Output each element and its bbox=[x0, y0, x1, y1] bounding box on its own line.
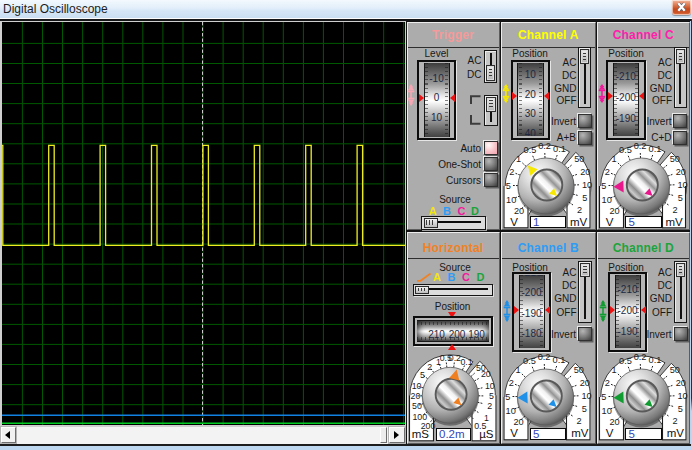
svg-text:2: 2 bbox=[605, 378, 610, 388]
svg-text:10: 10 bbox=[677, 180, 687, 190]
svg-text:5: 5 bbox=[601, 392, 606, 402]
svg-text:20: 20 bbox=[580, 167, 590, 177]
svg-text:2: 2 bbox=[487, 401, 492, 411]
svg-text:10: 10 bbox=[581, 391, 591, 401]
svg-text:0.1: 0.1 bbox=[553, 144, 566, 154]
svg-text:5: 5 bbox=[582, 193, 587, 203]
svg-text:50: 50 bbox=[574, 365, 584, 375]
svg-text:20: 20 bbox=[580, 378, 590, 388]
svg-text:5: 5 bbox=[678, 193, 683, 203]
svg-text:10: 10 bbox=[506, 195, 516, 205]
svg-text:1: 1 bbox=[611, 365, 616, 375]
svg-text:5: 5 bbox=[506, 181, 511, 191]
svg-text:2: 2 bbox=[577, 205, 582, 215]
svg-text:0.2: 0.2 bbox=[448, 353, 460, 363]
svg-text:2: 2 bbox=[509, 167, 514, 177]
svg-text:50: 50 bbox=[574, 154, 584, 164]
svg-text:2: 2 bbox=[672, 416, 677, 426]
svg-text:50: 50 bbox=[670, 365, 680, 375]
svg-text:10: 10 bbox=[602, 406, 612, 416]
svg-text:50: 50 bbox=[412, 401, 422, 411]
svg-text:10: 10 bbox=[582, 180, 592, 190]
svg-text:50: 50 bbox=[670, 154, 680, 164]
svg-text:10: 10 bbox=[602, 195, 612, 205]
svg-text:0.2: 0.2 bbox=[634, 141, 647, 151]
svg-text:0.5: 0.5 bbox=[524, 145, 537, 155]
svg-text:2: 2 bbox=[576, 416, 581, 426]
svg-text:5: 5 bbox=[678, 404, 683, 414]
svg-text:0.5: 0.5 bbox=[619, 145, 632, 155]
svg-text:20: 20 bbox=[513, 417, 523, 427]
svg-text:0.2: 0.2 bbox=[538, 141, 551, 151]
svg-text:5: 5 bbox=[505, 392, 510, 402]
svg-text:0.1: 0.1 bbox=[460, 357, 472, 367]
svg-text:20: 20 bbox=[676, 167, 686, 177]
svg-text:10: 10 bbox=[677, 391, 687, 401]
svg-text:20: 20 bbox=[410, 391, 420, 401]
svg-text:0.1: 0.1 bbox=[649, 355, 662, 365]
svg-text:0.2: 0.2 bbox=[634, 352, 647, 362]
svg-text:5: 5 bbox=[601, 181, 606, 191]
svg-text:0.5: 0.5 bbox=[619, 356, 632, 366]
svg-text:20: 20 bbox=[480, 369, 490, 379]
svg-text:1: 1 bbox=[611, 154, 616, 164]
svg-text:10: 10 bbox=[484, 381, 494, 391]
svg-text:0.2: 0.2 bbox=[538, 352, 551, 362]
svg-text:2: 2 bbox=[605, 167, 610, 177]
svg-text:10: 10 bbox=[411, 381, 421, 391]
svg-text:0.5: 0.5 bbox=[523, 356, 536, 366]
svg-text:1: 1 bbox=[515, 365, 520, 375]
svg-text:1: 1 bbox=[516, 154, 521, 164]
svg-text:5: 5 bbox=[582, 404, 587, 414]
svg-text:2: 2 bbox=[427, 362, 432, 372]
svg-text:0.1: 0.1 bbox=[649, 144, 662, 154]
svg-text:10: 10 bbox=[506, 406, 516, 416]
svg-text:0.1: 0.1 bbox=[553, 355, 566, 365]
svg-text:20: 20 bbox=[676, 378, 686, 388]
svg-text:2: 2 bbox=[672, 205, 677, 215]
svg-text:20: 20 bbox=[609, 417, 619, 427]
svg-text:1: 1 bbox=[436, 357, 441, 367]
svg-text:5: 5 bbox=[420, 370, 425, 380]
svg-text:2: 2 bbox=[509, 378, 514, 388]
